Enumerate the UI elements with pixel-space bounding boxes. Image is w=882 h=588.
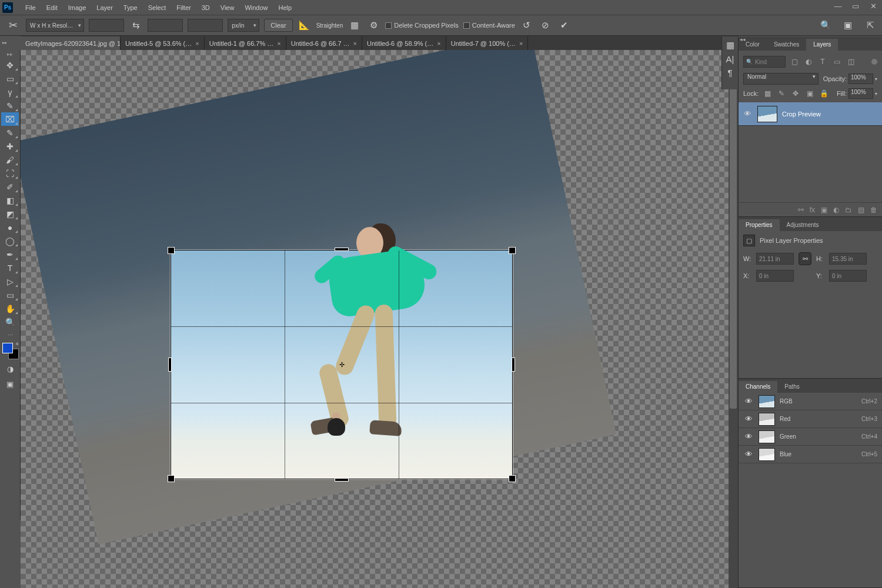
marquee-tool[interactable]: ▭ bbox=[1, 72, 19, 85]
document-tab[interactable]: GettyImages-620923641.jpg @ 16.7% (Crop … bbox=[21, 36, 121, 51]
path-select-tool[interactable]: ▷ bbox=[1, 275, 19, 288]
document-tab[interactable]: Untitled-6 @ 58.9% (…× bbox=[362, 36, 446, 51]
close-tab-icon[interactable]: × bbox=[519, 40, 523, 47]
character-panel-icon[interactable]: A| bbox=[726, 54, 734, 64]
tab-properties[interactable]: Properties bbox=[739, 219, 780, 231]
crop-tool[interactable]: ⌧ bbox=[1, 112, 19, 126]
clear-button[interactable]: Clear bbox=[264, 19, 292, 32]
color-swatches[interactable]: ⤭ bbox=[1, 342, 19, 359]
healing-tool[interactable]: ✚ bbox=[1, 139, 19, 153]
straighten-label[interactable]: Straighten bbox=[316, 22, 343, 29]
close-tab-icon[interactable]: × bbox=[437, 40, 440, 47]
document-tab[interactable]: Untitled-6 @ 66.7 …× bbox=[286, 36, 362, 51]
menu-view[interactable]: View bbox=[215, 2, 240, 14]
document-tab[interactable]: Untitled-7 @ 100% (…× bbox=[446, 36, 529, 51]
menu-type[interactable]: Type bbox=[118, 2, 143, 14]
quick-mask-icon[interactable]: ◑ bbox=[3, 363, 17, 375]
tab-swatches[interactable]: Swatches bbox=[767, 39, 806, 51]
menu-file[interactable]: File bbox=[20, 2, 41, 14]
dodge-tool[interactable]: ◯ bbox=[1, 234, 19, 248]
history-brush-tool[interactable]: ✐ bbox=[1, 180, 19, 193]
channel-row[interactable]: 👁GreenCtrl+4 bbox=[739, 428, 882, 446]
reset-crop-icon[interactable]: ↺ bbox=[520, 18, 534, 32]
crop-handle-t[interactable] bbox=[335, 248, 349, 251]
new-layer-icon[interactable]: ▤ bbox=[858, 206, 864, 214]
crop-handle-tr[interactable] bbox=[509, 247, 516, 254]
crop-handle-br[interactable] bbox=[509, 475, 516, 482]
menu-layer[interactable]: Layer bbox=[91, 2, 118, 14]
crop-width-input[interactable] bbox=[89, 19, 124, 32]
minimize-button[interactable]: — bbox=[829, 0, 847, 12]
search-icon[interactable]: 🔍 bbox=[818, 18, 833, 32]
layer-mask-icon[interactable]: ▣ bbox=[821, 206, 827, 214]
blend-mode-select[interactable]: Normal bbox=[743, 73, 818, 85]
opacity-input[interactable]: 100% bbox=[848, 74, 873, 84]
vertical-scrollbar[interactable] bbox=[729, 50, 738, 588]
canvas-area[interactable]: ✢ bbox=[21, 50, 738, 588]
delete-layer-icon[interactable]: 🗑 bbox=[870, 206, 877, 214]
lock-transparency-icon[interactable]: ▦ bbox=[762, 88, 773, 99]
prop-height-input[interactable] bbox=[829, 253, 867, 265]
close-tab-icon[interactable]: × bbox=[353, 40, 357, 47]
foreground-color[interactable] bbox=[2, 343, 13, 353]
tab-layers[interactable]: Layers bbox=[806, 39, 838, 51]
menu-image[interactable]: Image bbox=[63, 2, 92, 14]
layer-row[interactable]: 👁 Crop Preview bbox=[739, 102, 882, 126]
history-panel-icon[interactable]: ▦ bbox=[726, 40, 734, 51]
lock-all-icon[interactable]: 🔒 bbox=[818, 88, 829, 99]
channel-row[interactable]: 👁RedCtrl+3 bbox=[739, 410, 882, 428]
cancel-crop-icon[interactable]: ⊘ bbox=[539, 18, 553, 32]
share-icon[interactable]: ⇱ bbox=[863, 18, 877, 32]
menu-window[interactable]: Window bbox=[239, 2, 273, 14]
channel-visibility-icon[interactable]: 👁 bbox=[743, 432, 754, 441]
crop-handle-tl[interactable] bbox=[168, 247, 175, 254]
tab-channels[interactable]: Channels bbox=[739, 381, 777, 393]
adjustment-layer-icon[interactable]: ◐ bbox=[833, 206, 839, 214]
filter-pixel-icon[interactable]: ▢ bbox=[789, 56, 800, 67]
brush-tool[interactable]: 🖌 bbox=[1, 153, 19, 166]
stamp-tool[interactable]: ⛶ bbox=[1, 166, 19, 180]
menu-filter[interactable]: Filter bbox=[171, 2, 196, 14]
resolution-unit-select[interactable]: px/in bbox=[228, 19, 259, 32]
tab-adjustments[interactable]: Adjustments bbox=[780, 219, 826, 231]
crop-handle-bl[interactable] bbox=[168, 475, 175, 482]
swap-colors-icon[interactable]: ⤭ bbox=[15, 342, 19, 346]
shape-tool[interactable]: ▭ bbox=[1, 288, 19, 302]
channel-visibility-icon[interactable]: 👁 bbox=[743, 415, 754, 423]
screen-mode-icon[interactable]: ▣ bbox=[3, 378, 17, 390]
channel-row[interactable]: 👁BlueCtrl+5 bbox=[739, 446, 882, 463]
filter-shape-icon[interactable]: ▭ bbox=[831, 56, 842, 67]
layer-group-icon[interactable]: 🗀 bbox=[845, 206, 852, 214]
move-tool[interactable]: ✥ bbox=[1, 58, 19, 72]
layer-name[interactable]: Crop Preview bbox=[782, 111, 821, 118]
layer-style-icon[interactable]: fx bbox=[810, 206, 815, 214]
close-tab-icon[interactable]: × bbox=[195, 40, 199, 47]
close-button[interactable]: ✕ bbox=[864, 0, 882, 12]
delete-cropped-checkbox[interactable]: Delete Cropped Pixels bbox=[385, 22, 458, 29]
link-dimensions-icon[interactable]: ⚯ bbox=[799, 252, 811, 265]
channel-visibility-icon[interactable]: 👁 bbox=[743, 397, 754, 406]
collapse-tools-icon[interactable]: ▸▸ bbox=[7, 51, 13, 57]
lock-position-icon[interactable]: ✥ bbox=[790, 88, 801, 99]
eraser-tool[interactable]: ◧ bbox=[1, 193, 19, 207]
swap-dimensions-icon[interactable]: ⇆ bbox=[129, 18, 143, 32]
edit-tools-icon[interactable]: ⋯ bbox=[8, 332, 13, 338]
maximize-button[interactable]: ▭ bbox=[847, 0, 864, 12]
layer-thumbnail[interactable] bbox=[757, 106, 777, 122]
prop-y-input[interactable] bbox=[829, 270, 867, 282]
crop-handle-r[interactable] bbox=[512, 358, 515, 372]
crop-options-icon[interactable]: ⚙ bbox=[366, 18, 380, 32]
link-layers-icon[interactable]: ⚯ bbox=[798, 206, 804, 214]
lock-nested-icon[interactable]: ▣ bbox=[804, 88, 815, 99]
crop-handle-l[interactable] bbox=[168, 358, 172, 372]
quick-select-tool[interactable]: ✎ bbox=[1, 99, 19, 112]
layer-filter-input[interactable]: Kind bbox=[743, 56, 786, 68]
paragraph-panel-icon[interactable]: ¶ bbox=[727, 68, 732, 78]
lock-image-icon[interactable]: ✎ bbox=[776, 88, 787, 99]
filter-toggle[interactable] bbox=[871, 59, 877, 65]
zoom-tool[interactable]: 🔍 bbox=[1, 315, 19, 329]
eyedropper-tool[interactable]: ✎ bbox=[1, 126, 19, 139]
pen-tool[interactable]: ✒ bbox=[1, 248, 19, 261]
document-tab[interactable]: Untitled-1 @ 66.7% …× bbox=[205, 36, 286, 51]
tab-paths[interactable]: Paths bbox=[777, 381, 807, 393]
